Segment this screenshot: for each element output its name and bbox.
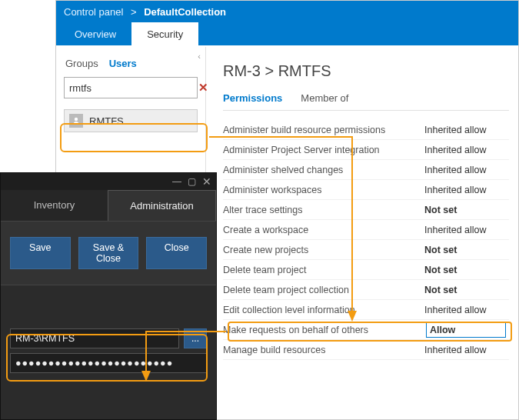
permission-name: Delete team project xyxy=(223,265,306,275)
credential-password-input[interactable] xyxy=(10,353,207,373)
left-tab-users[interactable]: Users xyxy=(109,58,137,69)
credential-user-input[interactable] xyxy=(10,328,179,348)
permission-row[interactable]: Administer Project Server integrationInh… xyxy=(223,140,509,160)
tab-memberof[interactable]: Member of xyxy=(301,92,348,110)
tab-overview[interactable]: Overview xyxy=(59,22,131,45)
save-button[interactable]: Save xyxy=(10,237,71,269)
permission-row[interactable]: Delete team project collectionNot set xyxy=(223,280,509,300)
permission-value[interactable]: Inherited allow xyxy=(424,165,506,175)
permission-name: Administer shelved changes xyxy=(223,165,343,175)
breadcrumb-sep: > xyxy=(128,6,139,18)
permission-value[interactable]: Inherited allow xyxy=(424,225,506,235)
permission-name: Alter trace settings xyxy=(223,205,303,215)
permission-row[interactable]: Create a workspaceInherited allow xyxy=(223,220,509,240)
close-icon[interactable]: ✕ xyxy=(202,175,211,188)
permission-name: Manage build resources xyxy=(223,345,325,355)
permission-row[interactable]: Alter trace settingsNot set xyxy=(223,200,509,220)
breadcrumb: Control panel > DefaultCollection xyxy=(56,1,518,22)
permission-value[interactable]: Not set xyxy=(424,265,506,275)
permission-name: Edit collection level information xyxy=(223,305,355,315)
permission-name: Administer Project Server integration xyxy=(223,145,380,155)
permission-name: Delete team project collection xyxy=(223,285,349,295)
collapse-icon[interactable]: ‹ xyxy=(198,52,201,61)
user-name-label: RMTFS xyxy=(89,115,124,127)
permission-row[interactable]: Make requests on behalf of othersAllow xyxy=(223,320,509,340)
permission-row[interactable]: Administer build resource permissionsInh… xyxy=(223,120,509,140)
permission-name: Make requests on behalf of others xyxy=(223,325,368,335)
permission-value[interactable]: Allow xyxy=(426,322,506,338)
clear-search-icon[interactable]: ✕ xyxy=(198,81,208,95)
permission-row[interactable]: Administer shelved changesInherited allo… xyxy=(223,160,509,180)
permission-row[interactable]: Manage build resourcesInherited allow xyxy=(223,340,509,360)
minimize-icon[interactable]: — xyxy=(172,176,181,187)
rm-tab-administration[interactable]: Administration xyxy=(108,190,216,221)
search-box[interactable]: ✕ xyxy=(64,77,198,98)
tab-security[interactable]: Security xyxy=(131,22,198,45)
close-button[interactable]: Close xyxy=(146,237,207,269)
search-input[interactable] xyxy=(69,82,198,94)
permission-value[interactable]: Inherited allow xyxy=(424,125,506,135)
permission-row[interactable]: Administer workspacesInherited allow xyxy=(223,180,509,200)
permission-row[interactable]: Edit collection level informationInherit… xyxy=(223,300,509,320)
person-icon xyxy=(69,114,83,128)
breadcrumb-root[interactable]: Control panel xyxy=(64,6,123,18)
permission-row[interactable]: Delete team projectNot set xyxy=(223,260,509,280)
permissions-table: Administer build resource permissionsInh… xyxy=(223,120,509,360)
top-tabs: Overview Security xyxy=(56,22,518,45)
permission-value[interactable]: Inherited allow xyxy=(424,145,506,155)
permission-name: Administer build resource permissions xyxy=(223,125,385,135)
window-titlebar: — ▢ ✕ xyxy=(1,173,216,190)
permission-value[interactable]: Inherited allow xyxy=(424,345,506,355)
maximize-icon[interactable]: ▢ xyxy=(188,176,196,187)
breadcrumb-current[interactable]: DefaultCollection xyxy=(144,6,226,18)
save-close-button[interactable]: Save & Close xyxy=(78,237,139,269)
tab-permissions[interactable]: Permissions xyxy=(223,92,282,110)
permission-name: Create a workspace xyxy=(223,225,308,235)
permission-value[interactable]: Inherited allow xyxy=(424,305,506,315)
permission-value[interactable]: Not set xyxy=(424,245,506,255)
permission-name: Administer workspaces xyxy=(223,185,322,195)
svg-point-0 xyxy=(75,118,78,121)
permission-value[interactable]: Not set xyxy=(424,285,506,295)
permission-value[interactable]: Inherited allow xyxy=(424,185,506,195)
permission-name: Create new projects xyxy=(223,245,308,255)
rm-admin-window: — ▢ ✕ Inventory Administration Save Save… xyxy=(0,172,217,420)
page-title: RM-3 > RMTFS xyxy=(223,62,509,80)
permission-value[interactable]: Not set xyxy=(424,205,506,215)
rm-tab-inventory[interactable]: Inventory xyxy=(1,190,108,221)
user-row-rmtfs[interactable]: RMTFS xyxy=(64,109,198,132)
permissions-panel: RM-3 > RMTFS Permissions Member of Admin… xyxy=(206,47,518,419)
left-tab-groups[interactable]: Groups xyxy=(65,58,98,69)
browse-button[interactable]: ... xyxy=(184,328,207,348)
permission-row[interactable]: Create new projectsNot set xyxy=(223,240,509,260)
